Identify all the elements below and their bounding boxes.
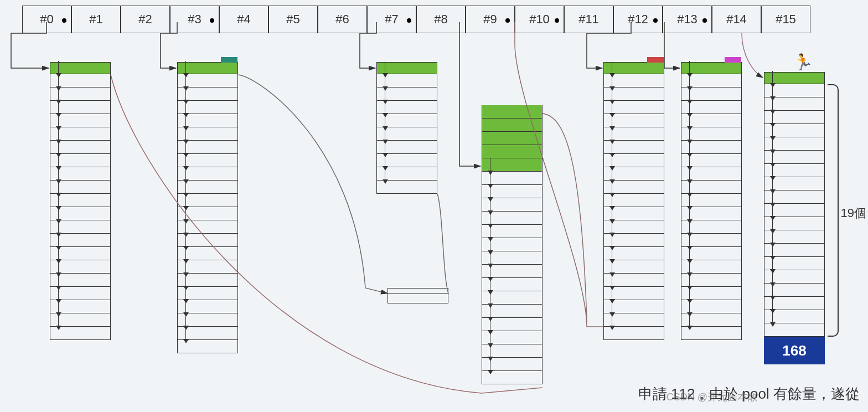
memory-cell [603, 87, 664, 101]
arrow-down-icon [609, 233, 615, 237]
memory-cell [482, 344, 542, 358]
arrow-down-icon [609, 153, 615, 157]
header-cell-5: #5 [268, 6, 318, 33]
memory-cell [50, 141, 111, 154]
header-cell-14: #14 [712, 6, 761, 33]
memory-cell [482, 105, 542, 119]
memory-cell [764, 97, 825, 111]
memory-cell [177, 300, 238, 313]
header-label: #8 [434, 12, 447, 27]
arrow-down-icon [770, 243, 776, 247]
arrow-down-icon [56, 219, 61, 224]
memory-cell [482, 251, 542, 265]
memory-cell [603, 101, 664, 114]
memory-cell [764, 257, 825, 270]
memory-cell [177, 181, 238, 194]
arrow-down-icon [770, 296, 776, 300]
arrow-down-icon [488, 277, 493, 281]
header-label: #6 [335, 12, 349, 27]
arrow-down-icon [770, 282, 776, 287]
column-header-block [50, 62, 111, 74]
memory-cell [376, 127, 437, 141]
arrow-down-icon [770, 83, 776, 87]
memory-cell [603, 260, 664, 274]
header-label: #0 [40, 12, 53, 27]
memory-cell [482, 305, 542, 318]
memory-cell [376, 114, 437, 127]
arrow-down-icon [687, 286, 693, 290]
memory-cell [376, 74, 437, 87]
memory-cell [603, 220, 664, 234]
pointer-dot-icon [505, 18, 510, 23]
memory-cell [681, 327, 742, 340]
header-cell-15: #15 [761, 6, 810, 33]
memory-cell [177, 313, 238, 327]
memory-cell [603, 300, 664, 313]
memory-cell [764, 177, 825, 190]
arrow-down-icon [687, 166, 693, 171]
arrow-down-icon [687, 113, 693, 117]
arrow-down-icon [56, 272, 61, 277]
memory-cell [764, 111, 825, 124]
arrow-down-icon [383, 126, 388, 131]
arrow-down-icon [56, 179, 61, 184]
memory-cell [482, 278, 542, 291]
memory-column-c3 [177, 62, 238, 353]
arrow-down-icon [687, 126, 693, 131]
arrow-down-icon [183, 166, 189, 171]
memory-cell [50, 127, 111, 141]
memory-cell [681, 234, 742, 247]
memory-cell [764, 204, 825, 217]
memory-cell [764, 190, 825, 204]
header-label: #4 [237, 12, 250, 27]
memory-cell [50, 194, 111, 207]
memory-cell [482, 265, 542, 278]
arrow-down-icon [56, 233, 61, 237]
pointer-dot-icon [407, 18, 411, 23]
arrow-down-icon [770, 150, 776, 154]
pointer-dot-icon [62, 18, 66, 23]
arrow-down-icon [609, 246, 615, 250]
arrow-down-icon [609, 166, 615, 171]
memory-cell [177, 167, 238, 181]
arrow-down-icon [383, 166, 388, 171]
memory-cell [681, 167, 742, 181]
header-cell-6: #6 [318, 6, 367, 33]
header-label: #15 [776, 12, 796, 27]
memory-cell [603, 327, 664, 340]
arrow-down-icon [488, 184, 493, 188]
memory-cell [50, 287, 111, 300]
arrow-down-icon [183, 193, 189, 197]
arrow-down-icon [687, 246, 693, 250]
memory-cell [50, 114, 111, 127]
memory-cell [681, 260, 742, 274]
memory-cell [603, 127, 664, 141]
memory-cell [603, 274, 664, 287]
arrow-down-icon [56, 312, 61, 317]
memory-cell [764, 284, 825, 297]
memory-cell [177, 220, 238, 234]
arrow-down-icon [488, 264, 493, 268]
header-cell-2: #2 [121, 6, 170, 33]
arrow-down-icon [183, 73, 189, 78]
arrow-down-icon [770, 229, 776, 234]
arrow-down-icon [183, 326, 189, 330]
memory-cell [482, 172, 542, 185]
arrow-down-icon [488, 171, 493, 175]
arrow-down-icon [383, 179, 388, 184]
arrow-down-icon [609, 299, 615, 303]
header-label: #13 [677, 12, 698, 27]
red-badge-icon [647, 57, 664, 63]
brace-label: 19個 [841, 205, 866, 222]
memory-cell [177, 247, 238, 260]
arrow-down-icon [183, 179, 189, 184]
memory-cell [177, 340, 238, 353]
memory-cell [50, 154, 111, 167]
arrow-down-icon [488, 343, 493, 348]
arrow-down-icon [687, 326, 693, 330]
column-header-block [681, 62, 742, 74]
arrow-down-icon [609, 272, 615, 277]
header-label: #10 [529, 12, 550, 27]
arrow-down-icon [488, 210, 493, 215]
memory-cell [603, 181, 664, 194]
